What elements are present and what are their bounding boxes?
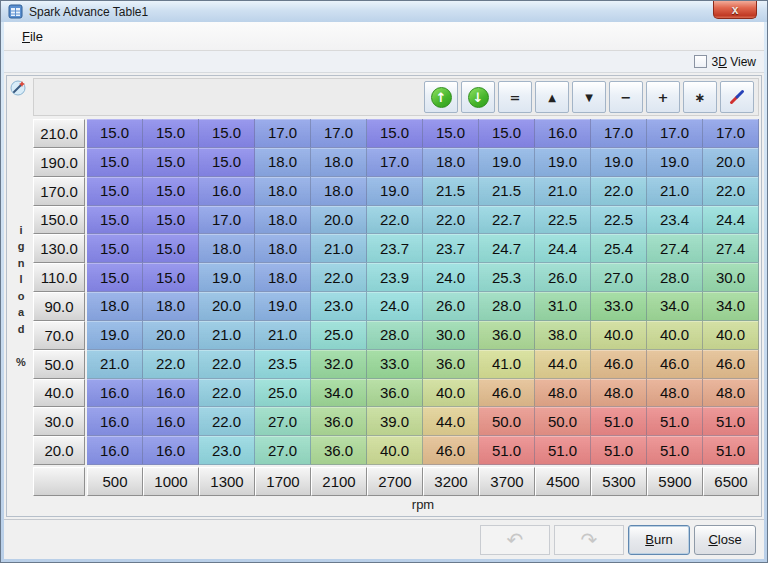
table-cell[interactable]: 48.0 — [535, 379, 591, 408]
table-cell[interactable]: 50.0 — [479, 407, 535, 436]
table-cell[interactable]: 16.0 — [535, 119, 591, 148]
table-cell[interactable]: 19.0 — [535, 148, 591, 177]
table-cell[interactable]: 26.0 — [423, 292, 479, 321]
table-cell[interactable]: 21.0 — [647, 177, 703, 206]
table-cell[interactable]: 19.0 — [255, 292, 311, 321]
redo-button[interactable]: ↷ — [554, 525, 624, 555]
table-cell[interactable]: 33.0 — [367, 350, 423, 379]
close-button[interactable]: x — [713, 1, 757, 19]
table-cell[interactable]: 19.0 — [647, 148, 703, 177]
table-cell[interactable]: 20.0 — [311, 206, 367, 235]
table-cell[interactable]: 30.0 — [423, 321, 479, 350]
table-cell[interactable]: 50.0 — [535, 407, 591, 436]
table-cell[interactable]: 17.0 — [647, 119, 703, 148]
table-cell[interactable]: 40.0 — [703, 321, 759, 350]
table-cell[interactable]: 33.0 — [591, 292, 647, 321]
table-cell[interactable]: 32.0 — [311, 350, 367, 379]
table-cell[interactable]: 15.0 — [199, 119, 255, 148]
table-cell[interactable]: 28.0 — [479, 292, 535, 321]
table-cell[interactable]: 38.0 — [535, 321, 591, 350]
row-header-cell[interactable]: 130.0 — [33, 234, 85, 263]
table-cell[interactable]: 26.0 — [535, 263, 591, 292]
row-header-cell[interactable]: 20.0 — [33, 436, 85, 465]
table-cell[interactable]: 21.5 — [423, 177, 479, 206]
decrement-button[interactable]: ▼ — [572, 81, 606, 113]
col-header-cell[interactable]: 5300 — [591, 467, 647, 496]
table-cell[interactable]: 22.0 — [311, 263, 367, 292]
table-cell[interactable]: 16.0 — [143, 379, 199, 408]
table-cell[interactable]: 15.0 — [87, 148, 143, 177]
table-cell[interactable]: 15.0 — [87, 206, 143, 235]
interpolate-button[interactable] — [720, 81, 754, 113]
increment-button[interactable]: ▲ — [535, 81, 569, 113]
table-cell[interactable]: 19.0 — [479, 148, 535, 177]
table-cell[interactable]: 40.0 — [367, 436, 423, 465]
table-cell[interactable]: 22.0 — [199, 350, 255, 379]
table-cell[interactable]: 36.0 — [367, 379, 423, 408]
table-cell[interactable]: 19.0 — [199, 263, 255, 292]
table-cell[interactable]: 23.7 — [367, 234, 423, 263]
table-cell[interactable]: 20.0 — [703, 148, 759, 177]
row-header-cell[interactable]: 170.0 — [33, 177, 85, 206]
table-cell[interactable]: 23.7 — [423, 234, 479, 263]
col-header-cell[interactable]: 500 — [87, 467, 143, 496]
table-cell[interactable]: 22.0 — [199, 379, 255, 408]
table-cell[interactable]: 21.0 — [255, 321, 311, 350]
table-cell[interactable]: 24.7 — [479, 234, 535, 263]
table-cell[interactable]: 18.0 — [199, 234, 255, 263]
table-cell[interactable]: 31.0 — [535, 292, 591, 321]
table-cell[interactable]: 18.0 — [255, 206, 311, 235]
table-cell[interactable]: 15.0 — [367, 119, 423, 148]
table-cell[interactable]: 40.0 — [647, 321, 703, 350]
table-cell[interactable]: 23.4 — [647, 206, 703, 235]
table-cell[interactable]: 24.4 — [703, 206, 759, 235]
table-cell[interactable]: 15.0 — [87, 119, 143, 148]
menu-file[interactable]: File — [16, 26, 49, 47]
table-cell[interactable]: 22.0 — [703, 177, 759, 206]
col-header-cell[interactable]: 2100 — [311, 467, 367, 496]
table-cell[interactable]: 28.0 — [367, 321, 423, 350]
table-cell[interactable]: 46.0 — [423, 436, 479, 465]
table-cell[interactable]: 36.0 — [311, 436, 367, 465]
table-cell[interactable]: 25.0 — [255, 379, 311, 408]
3d-view-label[interactable]: 3D View — [712, 55, 757, 69]
table-cell[interactable]: 48.0 — [647, 379, 703, 408]
table-cell[interactable]: 22.0 — [591, 177, 647, 206]
close-dialog-button[interactable]: Close — [694, 525, 756, 555]
3d-view-checkbox[interactable] — [694, 55, 707, 68]
table-cell[interactable]: 15.0 — [87, 177, 143, 206]
table-cell[interactable]: 27.0 — [255, 407, 311, 436]
table-cell[interactable]: 51.0 — [591, 436, 647, 465]
multiply-button[interactable]: ∗ — [683, 81, 717, 113]
table-cell[interactable]: 46.0 — [647, 350, 703, 379]
table-cell[interactable]: 21.0 — [311, 234, 367, 263]
table-cell[interactable]: 22.5 — [591, 206, 647, 235]
table-cell[interactable]: 25.0 — [311, 321, 367, 350]
row-header-cell[interactable]: 70.0 — [33, 321, 85, 350]
table-cell[interactable]: 17.0 — [255, 119, 311, 148]
table-cell[interactable]: 17.0 — [311, 119, 367, 148]
col-header-cell[interactable]: 3700 — [479, 467, 535, 496]
set-value-button[interactable]: = — [498, 81, 532, 113]
table-cell[interactable]: 20.0 — [199, 292, 255, 321]
table-cell[interactable]: 15.0 — [423, 119, 479, 148]
table-cell[interactable]: 23.9 — [367, 263, 423, 292]
row-header-cell[interactable]: 50.0 — [33, 350, 85, 379]
row-header-cell[interactable]: 30.0 — [33, 407, 85, 436]
table-cell[interactable]: 28.0 — [647, 263, 703, 292]
table-cell[interactable]: 15.0 — [143, 119, 199, 148]
table-cell[interactable]: 18.0 — [311, 148, 367, 177]
table-cell[interactable]: 16.0 — [87, 407, 143, 436]
table-cell[interactable]: 22.0 — [367, 206, 423, 235]
table-cell[interactable]: 51.0 — [703, 407, 759, 436]
table-cell[interactable]: 17.0 — [703, 119, 759, 148]
table-cell[interactable]: 18.0 — [423, 148, 479, 177]
table-cell[interactable]: 18.0 — [255, 234, 311, 263]
table-cell[interactable]: 27.0 — [255, 436, 311, 465]
row-header-cell[interactable]: 90.0 — [33, 292, 85, 321]
table-cell[interactable]: 21.0 — [87, 350, 143, 379]
table-cell[interactable]: 15.0 — [143, 206, 199, 235]
table-cell[interactable]: 15.0 — [479, 119, 535, 148]
magic-wand-icon[interactable] — [9, 78, 27, 96]
table-cell[interactable]: 15.0 — [87, 234, 143, 263]
